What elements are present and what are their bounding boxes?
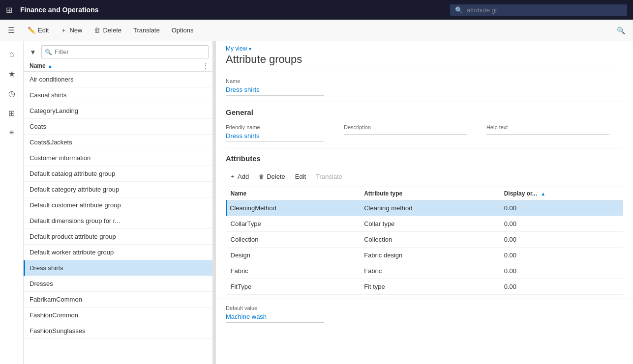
attr-cell-name: Fabric	[227, 263, 361, 279]
list-item[interactable]: CategoryLanding	[24, 103, 212, 119]
name-column-header: Name ▲	[30, 62, 203, 69]
translate-button[interactable]: Translate	[128, 24, 165, 37]
nav-icon-home[interactable]: ⌂	[3, 45, 21, 63]
list-item[interactable]: Default dimensions group for r...	[24, 213, 212, 229]
list-item[interactable]: Casual shirts	[24, 87, 212, 103]
attr-cell-displayOrder: 0.00	[500, 279, 623, 295]
name-field-label: Name	[226, 78, 623, 84]
sidebar-icons: ⌂ ★ ◷ ⊞ ≡	[0, 41, 24, 364]
attr-cell-attributeType: Fabric	[360, 263, 500, 279]
attr-cell-name: CleaningMethod	[227, 200, 361, 216]
list-item[interactable]: Default category attribute group	[24, 182, 212, 197]
list-item[interactable]: Dress shirts	[24, 260, 212, 276]
nav-icon-modules[interactable]: ≡	[3, 124, 21, 141]
friendly-name-field: Friendly name Dress shirts	[226, 124, 324, 142]
nav-icon-recent[interactable]: ◷	[3, 84, 21, 102]
description-value[interactable]	[344, 132, 467, 135]
nav-icon-workspaces[interactable]: ⊞	[3, 104, 21, 122]
options-button[interactable]: Options	[167, 24, 199, 37]
attr-translate-button[interactable]: Translate	[312, 171, 346, 182]
attr-table-row[interactable]: DesignFabric design0.00	[227, 248, 624, 263]
description-label: Description	[344, 124, 467, 130]
main-layout: ⌂ ★ ◷ ⊞ ≡ ▼ 🔍 Name ▲ ⋮ Air conditionersC…	[0, 41, 633, 364]
list-item[interactable]: Default customer attribute group	[24, 197, 212, 213]
global-search-input[interactable]	[467, 6, 622, 14]
friendly-name-label: Friendly name	[226, 124, 324, 130]
attr-table-row[interactable]: CleaningMethodCleaning method0.00	[227, 200, 624, 216]
default-value-value[interactable]: Machine wash	[226, 313, 324, 323]
chevron-down-icon: ▾	[249, 46, 251, 52]
attr-cell-attributeType: Collection	[360, 232, 500, 248]
filter-button[interactable]: ▼	[28, 46, 38, 58]
help-text-label: Help text	[486, 124, 609, 130]
attr-cell-name: FitType	[227, 279, 361, 295]
attr-col-type: Attribute type	[360, 187, 500, 200]
attr-table-row[interactable]: CollarTypeCollar type0.00	[227, 216, 624, 232]
filter-search-icon: 🔍	[45, 49, 52, 56]
list-header: ▼ 🔍	[24, 41, 212, 60]
list-item[interactable]: FashionCommon	[24, 308, 212, 323]
list-item[interactable]: FashionSunglasses	[24, 323, 212, 339]
list-item[interactable]: Customer information	[24, 150, 212, 166]
page-title: Attribute groups	[216, 53, 633, 72]
sort-asc-icon[interactable]: ▲	[48, 63, 53, 69]
apps-grid-icon[interactable]: ⊞	[6, 5, 12, 15]
list-item[interactable]: Air conditioners	[24, 72, 212, 87]
app-title: Finance and Operations	[20, 6, 442, 14]
attr-delete-button[interactable]: 🗑 Delete	[255, 171, 289, 182]
attr-cell-name: Design	[227, 248, 361, 263]
list-item[interactable]: Default catalog attribute group	[24, 166, 212, 182]
attr-cell-displayOrder: 0.00	[500, 248, 623, 263]
attr-cell-displayOrder: 0.00	[500, 216, 623, 232]
detail-panel: My view ▾ Attribute groups Name Dress sh…	[216, 41, 633, 364]
default-value-section: Default value Machine wash	[216, 299, 633, 329]
search-icon: 🔍	[455, 6, 463, 14]
attr-add-button[interactable]: ＋ Add	[226, 170, 253, 183]
attr-cell-displayOrder: 0.00	[500, 200, 623, 216]
attr-cell-attributeType: Fabric design	[360, 248, 500, 263]
help-text-value[interactable]	[486, 132, 609, 135]
default-value-label: Default value	[226, 305, 623, 311]
name-field-value[interactable]: Dress shirts	[226, 86, 324, 96]
list-item[interactable]: Dresses	[24, 276, 212, 292]
toolbar-search-button[interactable]: 🔍	[613, 24, 629, 37]
general-section-title: General	[216, 102, 633, 120]
attr-toolbar: ＋ Add 🗑 Delete Edit Translate	[226, 167, 623, 187]
name-field-group: Name Dress shirts	[216, 72, 633, 102]
friendly-name-value[interactable]: Dress shirts	[226, 132, 324, 142]
list-item[interactable]: Default product attribute group	[24, 229, 212, 245]
help-text-field: Help text	[486, 124, 609, 142]
list-column-header: Name ▲ ⋮	[24, 60, 212, 72]
view-selector[interactable]: My view ▾	[216, 41, 633, 53]
delete-button[interactable]: 🗑 Delete	[89, 24, 126, 37]
list-item[interactable]: FabrikamCommon	[24, 292, 212, 308]
new-icon: ＋	[60, 26, 67, 35]
top-bar: ⊞ Finance and Operations 🔍	[0, 0, 633, 20]
list-items: Air conditionersCasual shirtsCategoryLan…	[24, 72, 212, 364]
edit-icon: ✏️	[28, 27, 35, 34]
edit-button[interactable]: ✏️ Edit	[23, 24, 54, 37]
list-item[interactable]: Coats&Jackets	[24, 135, 212, 150]
list-item[interactable]: Default worker attribute group	[24, 245, 212, 260]
attr-table-row[interactable]: FabricFabric0.00	[227, 263, 624, 279]
resize-handle[interactable]	[213, 41, 216, 364]
filter-input[interactable]	[41, 45, 209, 58]
attr-edit-button[interactable]: Edit	[291, 171, 310, 182]
attr-table-row[interactable]: CollectionCollection0.00	[227, 232, 624, 248]
attr-col-name: Name	[227, 187, 361, 200]
column-options-icon[interactable]: ⋮	[203, 62, 209, 69]
attr-col-display: Display or... ▲	[500, 187, 623, 200]
delete-icon: 🗑	[94, 27, 100, 34]
plus-icon: ＋	[230, 172, 236, 181]
attr-cell-displayOrder: 0.00	[500, 263, 623, 279]
attr-cell-attributeType: Collar type	[360, 216, 500, 232]
new-button[interactable]: ＋ New	[56, 23, 87, 38]
toolbar: ☰ ✏️ Edit ＋ New 🗑 Delete Translate Optio…	[0, 20, 633, 41]
attr-table-row[interactable]: FitTypeFit type0.00	[227, 279, 624, 295]
attr-cell-name: CollarType	[227, 216, 361, 232]
hamburger-button[interactable]: ☰	[4, 23, 19, 38]
list-item[interactable]: Coats	[24, 119, 212, 135]
attr-table-header-row: Name Attribute type Display or... ▲	[227, 187, 624, 200]
nav-icon-favorites[interactable]: ★	[3, 65, 21, 83]
display-sort-icon: ▲	[541, 191, 545, 196]
